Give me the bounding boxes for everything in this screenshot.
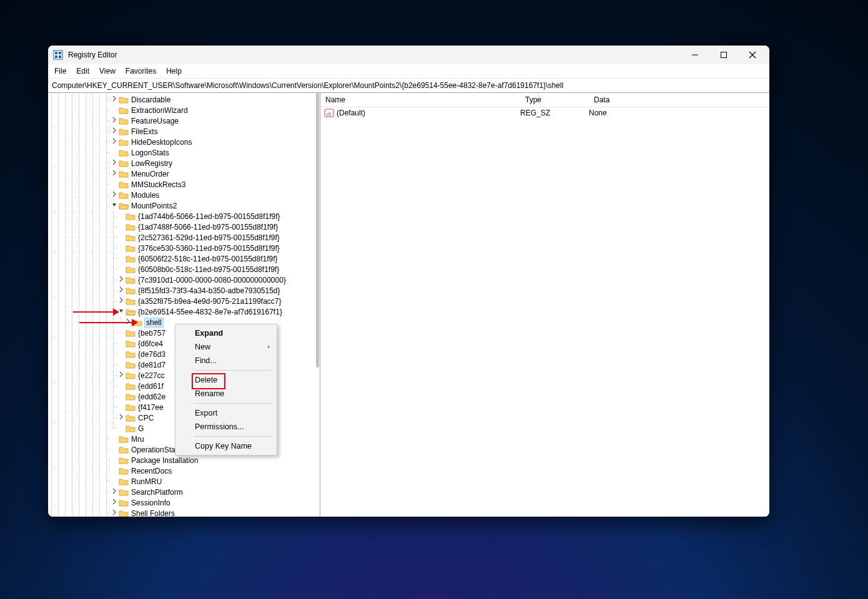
tree-item-label: {376ce530-5360-11ed-b975-00155d8f1f9f} xyxy=(138,244,284,253)
context-menu-item[interactable]: Permissions... xyxy=(176,420,276,434)
expand-icon[interactable] xyxy=(117,285,126,296)
folder-icon xyxy=(126,339,136,348)
context-menu-item[interactable]: New› xyxy=(176,340,276,354)
tree-item[interactable]: SessionInfo xyxy=(48,497,315,508)
expand-icon[interactable] xyxy=(110,190,119,200)
tree-scrollbar-thumb[interactable] xyxy=(316,93,319,368)
tree-item-label: {edd61f xyxy=(138,382,167,391)
menu-file[interactable]: File xyxy=(49,66,71,77)
svg-rect-4 xyxy=(59,56,61,58)
tree-item[interactable]: Shell Folders xyxy=(48,508,315,517)
tree-item[interactable]: FileExts xyxy=(48,126,315,137)
tree-item-label: {60506f22-518c-11ed-b975-00155d8f1f9f} xyxy=(138,255,282,263)
body-split: DiscardableExtractionWizardFeatureUsageF… xyxy=(48,93,769,517)
folder-icon xyxy=(119,106,129,115)
tree-item-label: HideDesktopIcons xyxy=(131,138,195,147)
svg-rect-2 xyxy=(59,52,61,54)
value-row[interactable]: ab(Default)REG_SZNone xyxy=(320,107,769,119)
context-menu-item[interactable]: Find... xyxy=(176,354,276,368)
tree-item-label: Shell Folders xyxy=(131,509,179,517)
expand-icon[interactable] xyxy=(117,296,126,306)
maximize-button[interactable] xyxy=(709,46,738,64)
tree-item[interactable]: MMStuckRects3 xyxy=(48,179,315,190)
tree-item[interactable]: {60508b0c-518c-11ed-b975-00155d8f1f9f} xyxy=(48,264,315,275)
tree-item[interactable]: SearchPlatform xyxy=(48,487,315,497)
folder-icon xyxy=(126,361,136,369)
expand-icon[interactable] xyxy=(110,487,119,497)
tree-item[interactable]: Package Installation xyxy=(48,455,315,465)
tree-item-label: RecentDocs xyxy=(131,467,175,475)
tree-item[interactable]: RunMRU xyxy=(48,476,315,487)
folder-icon xyxy=(126,223,136,231)
collapse-icon[interactable] xyxy=(110,200,119,211)
folder-icon xyxy=(126,276,136,285)
expand-icon[interactable] xyxy=(110,115,119,126)
expand-icon[interactable] xyxy=(117,370,126,381)
string-value-icon: ab xyxy=(324,108,334,118)
tree-item[interactable]: MenuOrder xyxy=(48,168,315,179)
expand-icon[interactable] xyxy=(110,137,119,147)
tree-item-label: Package Installation xyxy=(131,456,202,465)
tree-item[interactable]: {8f515fd3-73f3-4a34-b350-adbe7930515d} xyxy=(48,285,315,296)
expand-icon[interactable] xyxy=(110,158,119,168)
tree-item[interactable]: {376ce530-5360-11ed-b975-00155d8f1f9f} xyxy=(48,243,315,253)
menu-favorites[interactable]: Favorites xyxy=(121,66,161,77)
expand-icon[interactable] xyxy=(117,275,126,285)
tree-item-label: G xyxy=(138,424,147,433)
svg-rect-1 xyxy=(55,52,57,54)
folder-icon xyxy=(119,467,129,475)
tree-item[interactable]: {2c527361-529d-11ed-b975-00155d8f1f9f} xyxy=(48,232,315,243)
context-menu-item[interactable]: Rename xyxy=(176,387,276,401)
menu-view[interactable]: View xyxy=(94,66,121,77)
expand-icon[interactable] xyxy=(110,94,119,105)
tree-item-label: Modules xyxy=(131,191,163,200)
folder-icon xyxy=(126,255,136,263)
folder-icon xyxy=(126,329,136,338)
tree-item[interactable]: RecentDocs xyxy=(48,465,315,476)
folder-icon xyxy=(126,350,136,359)
tree-item-label: {de76d3 xyxy=(138,350,169,359)
values-list[interactable]: ab(Default)REG_SZNone xyxy=(320,107,769,119)
tree-item-label: {d6fce4 xyxy=(138,339,167,348)
expand-icon[interactable] xyxy=(117,412,126,423)
address-bar[interactable]: Computer\HKEY_CURRENT_USER\Software\Micr… xyxy=(48,79,769,93)
tree-item[interactable]: {a352f875-b9ea-4e9d-9075-21a1199facc7} xyxy=(48,296,315,306)
folder-icon xyxy=(126,244,136,253)
context-menu-item[interactable]: Export xyxy=(176,406,276,420)
tree-item[interactable]: {1ad744b6-5066-11ed-b975-00155d8f1f9f} xyxy=(48,211,315,222)
tree-item-label: {a352f875-b9ea-4e9d-9075-21a1199facc7} xyxy=(138,297,285,306)
header-type[interactable]: Type xyxy=(525,95,594,104)
header-name[interactable]: Name xyxy=(320,95,525,104)
tree-item[interactable]: ExtractionWizard xyxy=(48,105,315,115)
header-data[interactable]: Data xyxy=(594,95,769,104)
tree-item[interactable]: Modules xyxy=(48,190,315,200)
expand-icon[interactable] xyxy=(110,168,119,179)
minimize-button[interactable] xyxy=(681,46,709,64)
expand-icon[interactable] xyxy=(110,126,119,137)
expand-icon[interactable] xyxy=(110,508,119,517)
tree-item[interactable]: {60506f22-518c-11ed-b975-00155d8f1f9f} xyxy=(48,253,315,264)
value-name: (Default) xyxy=(337,109,365,117)
folder-icon xyxy=(126,382,136,391)
tree-item[interactable]: LowRegistry xyxy=(48,158,315,168)
folder-icon xyxy=(119,488,129,497)
tree-scrollbar[interactable] xyxy=(315,93,320,517)
close-button[interactable] xyxy=(738,46,767,64)
context-menu-item[interactable]: Delete xyxy=(176,373,276,387)
tree-item[interactable]: FeatureUsage xyxy=(48,115,315,126)
menu-edit[interactable]: Edit xyxy=(71,66,94,77)
tree-item-label: {edd62e xyxy=(138,392,169,401)
tree-item[interactable]: HideDesktopIcons xyxy=(48,137,315,147)
menu-help[interactable]: Help xyxy=(161,66,187,77)
tree-item[interactable]: LogonStats xyxy=(48,147,315,158)
context-menu-item[interactable]: Copy Key Name xyxy=(176,439,276,453)
folder-icon xyxy=(119,117,129,125)
tree-item[interactable]: {1ad7488f-5066-11ed-b975-00155d8f1f9f} xyxy=(48,222,315,232)
tree-item-label: Discardable xyxy=(131,95,174,104)
expand-icon[interactable] xyxy=(110,497,119,508)
tree-item[interactable]: Discardable xyxy=(48,94,315,105)
folder-icon xyxy=(126,403,136,412)
context-menu-item[interactable]: Expand xyxy=(176,326,276,340)
tree-item[interactable]: MountPoints2 xyxy=(48,200,315,211)
tree-item[interactable]: {7c3910d1-0000-0000-0080-000000000000} xyxy=(48,275,315,285)
